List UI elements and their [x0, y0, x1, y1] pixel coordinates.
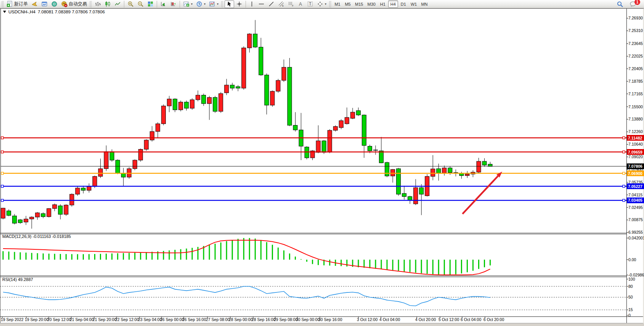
svg-text:100: 100: [628, 277, 635, 281]
crosshair-icon: [236, 1, 243, 7]
timeframe-h4-button[interactable]: H4: [388, 0, 398, 8]
charts-button[interactable]: [40, 0, 49, 8]
horizontal-line-icon: [258, 1, 265, 7]
auto-trading-label: 自动交易: [69, 1, 87, 7]
svg-text:7.02495: 7.02495: [628, 205, 643, 210]
text-tool-button[interactable]: A: [296, 0, 305, 8]
svg-text:6.99255: 6.99255: [628, 230, 643, 234]
timeframe-d1-button[interactable]: D1: [398, 0, 408, 8]
indicators-button[interactable]: ▾: [181, 0, 194, 8]
horizontal-line-tool-button[interactable]: [257, 0, 266, 8]
templates-button[interactable]: ▾: [207, 0, 220, 8]
svg-text:7.09659: 7.09659: [628, 150, 642, 154]
svg-text:0: 0: [628, 313, 631, 318]
candle-chart-mode-button[interactable]: [103, 0, 112, 8]
time-axis: 19 Sep 202219 Sep 20:0020 Sep 12:0021 Se…: [1, 317, 504, 322]
fibonacci-icon: F: [288, 1, 294, 7]
svg-text:6 Oct 04:00: 6 Oct 04:00: [461, 317, 481, 322]
fibonacci-tool-button[interactable]: F: [286, 0, 296, 8]
timeframe-w1-button[interactable]: W1: [409, 0, 419, 8]
line-chart-mode-button[interactable]: [113, 0, 122, 8]
svg-text:7.04115: 7.04115: [628, 193, 642, 197]
equidistant-channel-icon: E: [278, 1, 284, 7]
shapes-tool-button[interactable]: ▾: [315, 0, 328, 8]
zoom-in-icon: [127, 1, 134, 7]
auto-scroll-icon: [160, 1, 167, 7]
svg-text:7.06900: 7.06900: [628, 171, 642, 176]
auto-scroll-button[interactable]: [159, 0, 168, 8]
svg-text:4 Oct 04:00: 4 Oct 04:00: [379, 317, 400, 322]
cursor-icon: [226, 1, 233, 7]
timeframe-h1-button[interactable]: H1: [378, 0, 388, 8]
svg-text:3 Oct 12:00: 3 Oct 12:00: [357, 317, 377, 322]
zoom-in-button[interactable]: [126, 0, 135, 8]
svg-text:7.18785: 7.18785: [628, 79, 643, 84]
tile-windows-button[interactable]: [146, 0, 155, 8]
svg-text:50: 50: [628, 295, 633, 299]
svg-text:22 Sep 12:00: 22 Sep 12:00: [115, 317, 139, 322]
auto-trading-icon: [61, 1, 67, 7]
auto-trading-button[interactable]: 自动交易: [59, 0, 88, 8]
market-watch-button[interactable]: [50, 0, 59, 8]
periods-button[interactable]: ▾: [194, 0, 207, 8]
toolbar-grip[interactable]: [2, 1, 4, 7]
text-label-icon: T: [307, 1, 313, 7]
line-chart-icon: [114, 1, 121, 7]
cursor-tool-button[interactable]: [225, 0, 234, 8]
timeframe-m15-button[interactable]: M15: [353, 0, 365, 8]
trendline-tool-button[interactable]: [267, 0, 276, 8]
vertical-line-icon: [249, 1, 255, 7]
svg-text:7.25310: 7.25310: [628, 28, 643, 33]
chart-shift-icon: [170, 1, 177, 7]
new-order-button[interactable]: 新订单: [5, 0, 29, 8]
svg-text:19 Sep 2022: 19 Sep 2022: [1, 317, 24, 322]
svg-text:7.10640: 7.10640: [628, 142, 643, 146]
timeframe-m1-button[interactable]: M1: [332, 0, 342, 8]
toolbar-grip[interactable]: [221, 1, 223, 7]
svg-text:27 Sep 08:00: 27 Sep 08:00: [206, 317, 230, 322]
svg-text:7.22025: 7.22025: [628, 54, 643, 58]
crosshair-tool-button[interactable]: [234, 0, 244, 8]
chart-shift-button[interactable]: [169, 0, 178, 8]
text-label-tool-button[interactable]: T: [305, 0, 315, 8]
svg-text:30 Sep 16:00: 30 Sep 16:00: [318, 317, 342, 322]
timeframe-mn-button[interactable]: MN: [419, 0, 429, 8]
zoom-out-button[interactable]: [136, 0, 145, 8]
dropdown-caret-icon: ▾: [204, 2, 206, 6]
chart-menu-icon[interactable]: [3, 11, 6, 13]
svg-text:7.13880: 7.13880: [628, 117, 643, 121]
svg-text:30 Sep 00:00: 30 Sep 00:00: [296, 317, 320, 322]
search-button[interactable]: [615, 0, 625, 8]
svg-text:23 Sep 04:00: 23 Sep 04:00: [138, 317, 162, 322]
svg-text:7.15500: 7.15500: [628, 104, 643, 109]
svg-text:80: 80: [628, 284, 633, 289]
chart-window-icon: [41, 1, 48, 7]
timeframe-m5-button[interactable]: M5: [343, 0, 353, 8]
svg-text:E: E: [282, 5, 284, 7]
svg-text:7.00875: 7.00875: [628, 217, 643, 222]
vertical-line-tool-button[interactable]: [247, 0, 256, 8]
template-icon: [209, 1, 215, 7]
bar-chart-icon: [95, 1, 101, 7]
svg-text:4 Oct 20:00: 4 Oct 20:00: [415, 317, 436, 322]
candlestick-icon: [104, 1, 111, 7]
svg-text:MACD(12,26,9) -0.011163 -0.018: MACD(12,26,9) -0.011163 -0.018185: [2, 234, 71, 239]
svg-text:0.00: 0.00: [628, 257, 636, 262]
svg-text:26 Sep 00:00: 26 Sep 00:00: [160, 317, 184, 322]
dropdown-caret-icon: ▾: [191, 2, 193, 6]
toolbar-grip[interactable]: [90, 1, 92, 7]
price-chart-canvas[interactable]: 7.269307.253107.236457.220257.204057.187…: [0, 0, 644, 326]
bar-chart-mode-button[interactable]: [93, 0, 103, 8]
new-order-label: 新订单: [14, 1, 28, 7]
svg-text:7.23645: 7.23645: [628, 41, 643, 46]
channel-tool-button[interactable]: E: [276, 0, 286, 8]
svg-text:T: T: [309, 2, 312, 6]
timeframe-m30-button[interactable]: M30: [365, 0, 377, 8]
toolbar-grip[interactable]: [329, 1, 331, 7]
svg-text:7.26930: 7.26930: [628, 16, 643, 20]
svg-text:19 Sep 20:00: 19 Sep 20:00: [25, 317, 49, 322]
notifications-button[interactable]: 1: [628, 0, 638, 8]
svg-text:7.12260: 7.12260: [628, 129, 643, 134]
styler-button[interactable]: [30, 0, 39, 8]
quotes-icon: [51, 1, 58, 7]
